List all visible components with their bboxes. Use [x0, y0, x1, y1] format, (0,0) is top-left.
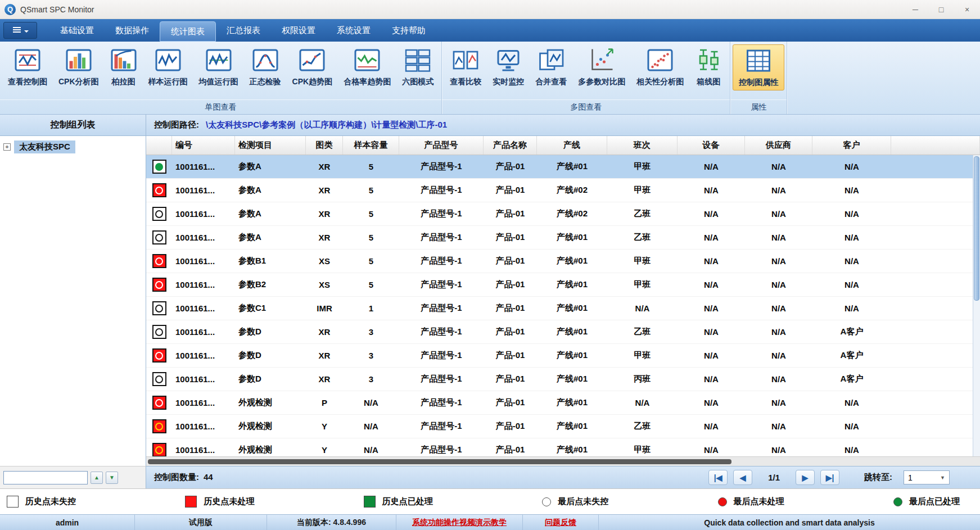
column-header-serial[interactable]: 编号	[172, 136, 235, 155]
column-header-chart-type[interactable]: 图类	[306, 136, 343, 155]
column-header-sample-size[interactable]: 样本容量	[343, 136, 399, 155]
cell-device: N/A	[678, 344, 745, 367]
ribbon-button-merged-view[interactable]: 合并查看	[530, 44, 572, 89]
tab-summary-reports[interactable]: 汇总报表	[216, 21, 271, 39]
vertical-scrollbar-thumb[interactable]	[974, 156, 979, 301]
ribbon-button-view-compare[interactable]: 查看比较	[444, 44, 487, 89]
column-header-filler[interactable]	[891, 136, 980, 155]
cell-filler	[891, 250, 980, 273]
ribbon-button-box-plot[interactable]: 箱线图	[689, 44, 728, 89]
horizontal-scrollbar[interactable]	[146, 456, 980, 466]
ribbon-button-six-chart-mode[interactable]: 六图模式	[396, 44, 439, 89]
column-header-status[interactable]	[146, 136, 172, 155]
status-video-tutorial-link[interactable]: 系统功能操作视频演示教学	[396, 515, 523, 530]
tab-statistical-charts[interactable]: 统计图表	[160, 21, 216, 42]
cell-inspection-item: 参数D	[235, 320, 306, 343]
cell-sample-size: 5	[343, 202, 399, 225]
hamburger-icon	[12, 25, 21, 35]
table-row[interactable]: 1001161...参数DXR3产品型号-1产品-01产线#01丙班N/AN/A…	[146, 368, 980, 391]
tab-data-operations[interactable]: 数据操作	[105, 21, 160, 39]
status-icon	[152, 325, 166, 339]
ribbon-button-pass-rate-trend[interactable]: 合格率趋势图	[338, 44, 396, 89]
column-header-shift[interactable]: 班次	[607, 136, 678, 155]
tree-node-root[interactable]: + 太友科技SPC	[3, 141, 142, 153]
cpk-trend-icon	[299, 47, 326, 76]
table-row[interactable]: 1001161...参数B2XS5产品型号-1产品-01产线#01甲班N/AN/…	[146, 273, 980, 297]
minimize-button[interactable]: ─	[902, 0, 928, 19]
cell-device: N/A	[678, 438, 745, 456]
tree-search-input[interactable]	[3, 471, 88, 484]
cell-customer: A客户	[812, 320, 891, 343]
cell-status	[146, 273, 172, 296]
menu-launcher-button[interactable]	[3, 22, 37, 39]
table-row[interactable]: 1001161...参数AXR5产品型号-1产品-01产线#02甲班N/AN/A…	[146, 179, 980, 202]
chart-path-value[interactable]: \太友科技SPC\参考案例（以工序顺序构建）\计量型检测\工序-01	[206, 120, 447, 130]
last-page-button[interactable]: ▶|	[820, 470, 839, 485]
column-header-product-name[interactable]: 产品名称	[484, 136, 537, 155]
ribbon-group-label-single-view: 单图查看	[0, 99, 441, 114]
lastpoint-unhandled-icon	[718, 497, 727, 506]
column-header-product-model[interactable]: 产品型号	[399, 136, 484, 155]
table-row[interactable]: 1001161...参数AXR5产品型号-1产品-01产线#01乙班N/AN/A…	[146, 226, 980, 250]
column-header-customer[interactable]: 客户	[812, 136, 891, 155]
history-handled-icon	[364, 496, 376, 508]
cell-customer: N/A	[812, 391, 891, 414]
ribbon-button-control-chart-props[interactable]: 控制图属性	[733, 44, 784, 90]
column-header-inspection-item[interactable]: 检测项目	[235, 136, 306, 155]
prev-page-button[interactable]: ◀	[733, 470, 752, 485]
search-down-button[interactable]: ▼	[106, 472, 118, 484]
status-icon	[152, 230, 166, 244]
ribbon-button-normality-test[interactable]: 正态检验	[244, 44, 287, 89]
ribbon-button-pareto[interactable]: 柏拉图	[105, 44, 143, 89]
cell-supplier: N/A	[745, 368, 812, 391]
table-row[interactable]: 1001161...外观检测YN/A产品型号-1产品-01产线#01甲班N/AN…	[146, 438, 980, 456]
status-icon	[152, 348, 166, 363]
tree-expander-icon[interactable]: +	[3, 143, 11, 151]
table-row[interactable]: 1001161...参数DXR3产品型号-1产品-01产线#01乙班N/AN/A…	[146, 320, 980, 344]
horizontal-scrollbar-thumb[interactable]	[148, 459, 731, 464]
table-row[interactable]: 1001161...外观检测PN/A产品型号-1产品-01产线#01N/AN/A…	[146, 391, 980, 415]
table-row[interactable]: 1001161...参数AXR5产品型号-1产品-01产线#01甲班N/AN/A…	[146, 155, 980, 179]
column-header-supplier[interactable]: 供应商	[745, 136, 812, 155]
first-page-button[interactable]: |◀	[708, 470, 728, 485]
column-header-device[interactable]: 设备	[678, 136, 745, 155]
table-row[interactable]: 1001161...外观检测YN/A产品型号-1产品-01产线#01乙班N/AN…	[146, 415, 980, 438]
ribbon-button-realtime-monitor[interactable]: 实时监控	[487, 44, 530, 89]
status-icon	[152, 160, 166, 174]
table-row[interactable]: 1001161...参数B1XS5产品型号-1产品-01产线#01甲班N/AN/…	[146, 250, 980, 273]
cell-product-model: 产品型号-1	[399, 179, 484, 202]
close-button[interactable]: ×	[954, 0, 980, 19]
cell-customer: A客户	[812, 344, 891, 367]
cell-product-model: 产品型号-1	[399, 438, 484, 456]
ribbon-group-single-view: 查看控制图CPK分析图柏拉图样本运行图均值运行图正态检验CPK趋势图合格率趋势图…	[0, 42, 442, 114]
status-feedback-link[interactable]: 问题反馈	[523, 515, 599, 530]
tab-basic-settings[interactable]: 基础设置	[49, 21, 105, 39]
table-row[interactable]: 1001161...参数DXR3产品型号-1产品-01产线#01甲班N/AN/A…	[146, 344, 980, 368]
tree-node-label[interactable]: 太友科技SPC	[14, 141, 75, 153]
view-control-chart-icon	[14, 47, 41, 76]
ribbon-button-multi-param-compare[interactable]: 多参数对比图	[572, 44, 631, 89]
column-header-line[interactable]: 产线	[537, 136, 607, 155]
cell-line: 产线#01	[537, 438, 607, 456]
ribbon-button-view-control-chart[interactable]: 查看控制图	[2, 44, 53, 89]
ribbon-button-sample-run[interactable]: 样本运行图	[143, 44, 193, 89]
legend-label: 最后点未处理	[734, 496, 784, 507]
ribbon-button-cpk-trend[interactable]: CPK趋势图	[287, 44, 338, 89]
table-row[interactable]: 1001161...参数AXR5产品型号-1产品-01产线#02乙班N/AN/A…	[146, 202, 980, 226]
vertical-scrollbar[interactable]	[973, 155, 980, 456]
ribbon-button-correlation-analysis[interactable]: 相关性分析图	[631, 44, 689, 89]
ribbon-button-mean-run[interactable]: 均值运行图	[193, 44, 244, 89]
search-up-button[interactable]: ▲	[91, 472, 103, 484]
table-row[interactable]: 1001161...参数C1IMR1产品型号-1产品-01产线#01N/AN/A…	[146, 297, 980, 320]
status-bar: admin试用版当前版本: 4.8.4.996系统功能操作视频演示教学问题反馈Q…	[0, 514, 980, 530]
ribbon-button-label: 箱线图	[697, 77, 720, 87]
cell-sample-size: 5	[343, 155, 399, 178]
tab-support-help[interactable]: 支持帮助	[381, 21, 436, 39]
maximize-button[interactable]: □	[928, 0, 954, 19]
ribbon-button-cpk-analysis[interactable]: CPK分析图	[53, 44, 105, 89]
tab-system-settings[interactable]: 系统设置	[326, 21, 381, 39]
next-page-button[interactable]: ▶	[796, 470, 815, 485]
cell-status	[146, 320, 172, 343]
tab-permission-settings[interactable]: 权限设置	[271, 21, 326, 39]
jump-page-select[interactable]: 1 ▼	[904, 470, 950, 484]
